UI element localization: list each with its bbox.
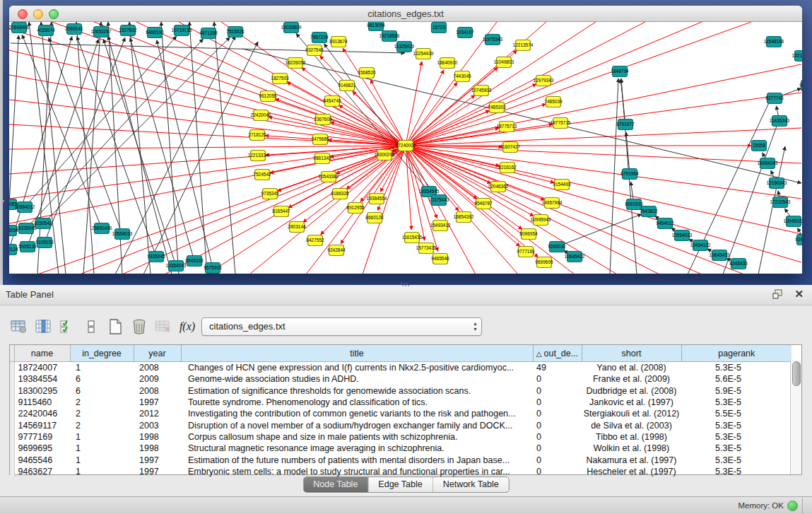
graph-node[interactable]: 9777169 xyxy=(517,247,535,257)
column-header-year[interactable]: year xyxy=(134,345,181,362)
cell-in_degree[interactable]: 1 xyxy=(70,454,134,465)
graph-node[interactable]: 10954033 xyxy=(672,230,693,241)
cell-short[interactable]: Nakamura et al. (1997) xyxy=(582,454,681,465)
table-row[interactable]: 1456911722003Disruption of a novel membe… xyxy=(10,419,792,431)
graph-node[interactable]: 8216162 xyxy=(498,163,517,173)
cell-year[interactable]: 1998 xyxy=(134,431,181,443)
graph-node[interactable]: 15493412 xyxy=(430,221,451,231)
graph-node[interactable]: 9575303 xyxy=(204,263,222,274)
graph-node[interactable]: 1848794 xyxy=(611,66,629,77)
cell-short[interactable]: Jankovic et al. (1997) xyxy=(582,397,681,408)
network-canvas[interactable]: 1724000789136749327548182260581827503961… xyxy=(9,22,802,274)
column-header-short[interactable]: short xyxy=(582,345,681,362)
graph-node[interactable]: 9245032 xyxy=(548,242,566,252)
graph-node[interactable]: 10945022 xyxy=(784,216,802,227)
graph-node[interactable]: 19384554 xyxy=(367,194,387,204)
cell-year[interactable]: 1997 xyxy=(134,397,181,408)
create-table-icon[interactable] xyxy=(103,316,127,337)
delete-icon[interactable] xyxy=(127,316,151,337)
window-titlebar[interactable]: citations_edges.txt xyxy=(9,6,802,22)
cell-out_degree[interactable]: 0 xyxy=(533,466,582,477)
graph-node[interactable]: 10745903 xyxy=(471,86,492,96)
graph-node[interactable]: 10375443 xyxy=(429,195,449,206)
table-row[interactable]: 977716911998Corpus callosum shape and si… xyxy=(10,431,792,443)
cell-out_degree[interactable]: 49 xyxy=(533,362,582,374)
table-row[interactable]: 946554611997Estimation of the future num… xyxy=(10,454,792,465)
cell-year[interactable]: 1998 xyxy=(134,443,181,454)
graph-node[interactable]: 2718120 xyxy=(248,130,266,141)
cell-in_degree[interactable]: 1 xyxy=(70,431,134,443)
graph-node[interactable]: 18226058 xyxy=(286,58,306,69)
cell-out_degree[interactable]: 0 xyxy=(533,373,582,385)
cell-name[interactable]: 22420046 xyxy=(14,408,70,419)
cell-year[interactable]: 2008 xyxy=(134,362,181,374)
graph-node[interactable]: 9735345 xyxy=(261,189,279,199)
graph-node[interactable]: 15958 xyxy=(752,141,767,151)
cell-pagerank[interactable]: 5.6E-5 xyxy=(681,373,792,385)
splitter-grip[interactable] xyxy=(401,283,411,288)
graph-node[interactable]: 7524542 xyxy=(253,170,271,180)
cell-out_degree[interactable]: 0 xyxy=(533,443,582,454)
column-header-title[interactable]: title xyxy=(181,345,533,362)
cell-short[interactable]: Stergiakouli et al. (2012) xyxy=(582,408,681,419)
graph-node[interactable]: 9546787 xyxy=(474,199,493,209)
graph-node[interactable]: 11548108 xyxy=(764,37,784,47)
cell-out_degree[interactable]: 0 xyxy=(533,397,582,408)
graph-node[interactable]: 7443045 xyxy=(453,71,471,82)
cell-short[interactable]: Wolkin et al. (1998) xyxy=(582,443,681,454)
tab-node-table[interactable]: Node Table xyxy=(303,477,367,492)
graph-node[interactable]: 12160343 xyxy=(767,178,787,189)
graph-node[interactable]: 1827503 xyxy=(271,74,289,84)
graph-node[interactable]: 10454122 xyxy=(690,240,711,251)
graph-node[interactable]: 15723 xyxy=(432,23,447,33)
graph-node[interactable]: 2069141 xyxy=(65,24,83,35)
graph-node[interactable]: 9612055 xyxy=(259,91,277,102)
cell-out_degree[interactable]: 0 xyxy=(533,419,582,431)
cell-year[interactable]: 2003 xyxy=(134,419,181,431)
graph-node[interactable]: 8165447 xyxy=(272,206,290,217)
tab-edge-table[interactable]: Edge Table xyxy=(367,477,432,492)
graph-node[interactable]: 9154493 xyxy=(553,180,571,190)
cell-name[interactable]: 9465546 xyxy=(14,454,70,465)
graph-node[interactable]: 9245012 xyxy=(795,235,802,245)
graph-node[interactable]: 7515526 xyxy=(226,27,245,37)
cell-name[interactable]: 18300295 xyxy=(14,385,70,397)
graph-node[interactable]: 10645433 xyxy=(710,250,730,261)
graph-node[interactable]: 8277743 xyxy=(765,93,784,104)
cell-in_degree[interactable]: 1 xyxy=(70,443,134,454)
cell-short[interactable]: Dudbridge et al. (2008) xyxy=(582,385,681,397)
cell-name[interactable]: 19384554 xyxy=(14,373,70,385)
graph-node[interactable]: 11615435 xyxy=(402,233,423,243)
graph-node[interactable]: 11975343 xyxy=(483,35,503,45)
cell-in_degree[interactable]: 2 xyxy=(70,408,134,419)
graph-node[interactable]: 16033809 xyxy=(281,23,302,33)
graph-node[interactable]: 10653287 xyxy=(91,27,112,37)
graph-node[interactable]: 8913674 xyxy=(329,37,348,47)
graph-node[interactable]: 8096954 xyxy=(519,229,538,240)
cell-in_degree[interactable]: 6 xyxy=(70,373,134,385)
graph-node[interactable]: 11325419 xyxy=(394,42,415,52)
cell-pagerank[interactable]: 5.3E-5 xyxy=(681,397,792,408)
column-header-out_degree[interactable]: △out_de... xyxy=(533,345,582,362)
graph-node[interactable]: 11607427 xyxy=(500,142,521,153)
table-row[interactable]: 2242004622012Investigating the contribut… xyxy=(10,408,792,419)
graph-node[interactable]: 10554033 xyxy=(112,229,133,240)
graph-node[interactable]: 8545033 xyxy=(185,256,204,267)
cell-out_degree[interactable]: 0 xyxy=(533,408,582,419)
graph-node[interactable]: 19218586 xyxy=(379,31,400,42)
table-panel-header[interactable]: Table Panel ✕ xyxy=(0,285,812,305)
close-icon[interactable]: ✕ xyxy=(794,288,804,300)
graph-node[interactable]: 1568520 xyxy=(358,68,376,78)
cell-year[interactable]: 1997 xyxy=(134,454,181,465)
graph-node[interactable]: 12213334 xyxy=(248,151,269,161)
graph-node[interactable]: 9465546 xyxy=(431,254,449,264)
cell-name[interactable]: 18724007 xyxy=(14,362,70,374)
graph-node[interactable]: 9519943 xyxy=(799,81,802,91)
cell-short[interactable]: de Silva et al. (2003) xyxy=(582,419,681,431)
graph-node[interactable]: 8427552 xyxy=(306,235,324,246)
graph-node[interactable]: 6466100 xyxy=(146,28,164,38)
cell-out_degree[interactable]: 0 xyxy=(533,454,582,465)
graph-node[interactable]: 12979343 xyxy=(534,76,554,86)
graph-node[interactable]: 8186328 xyxy=(331,189,349,199)
graph-node[interactable]: 1527602 xyxy=(119,25,137,36)
